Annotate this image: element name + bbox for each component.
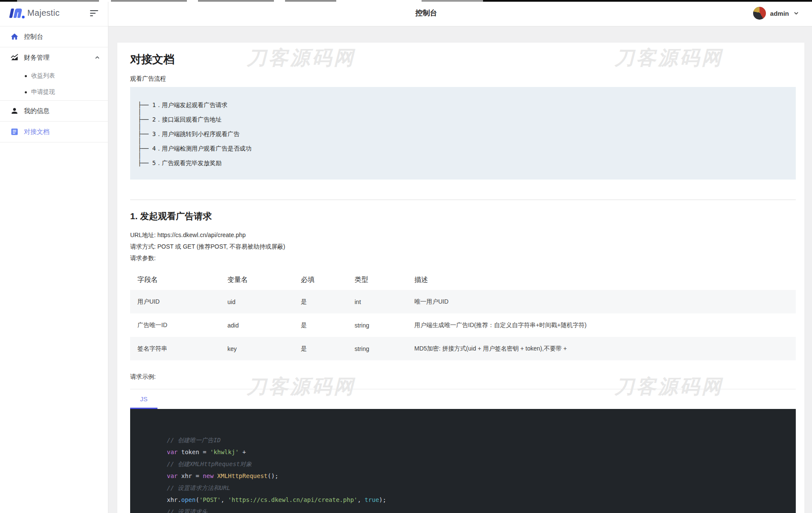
- menu-fold-icon[interactable]: [90, 10, 99, 17]
- sidebar-item-finance[interactable]: 财务管理: [0, 47, 108, 68]
- code-line: // 设置请求头: [167, 506, 787, 513]
- content-area: 对接文档 观看广告流程 ├── 1．用户端发起观看广告请求 │ ├── 2．接口…: [108, 26, 812, 513]
- sidebar-item-my-info[interactable]: 我的信息: [0, 101, 108, 121]
- sidebar-subitem-label: 申请提现: [31, 88, 55, 96]
- table-cell: int: [347, 290, 407, 313]
- table-cell: MD5加密: 拼接方式(uid + 用户签名密钥 + token),不要带 +: [407, 337, 796, 360]
- sidebar-item-withdraw-request[interactable]: 申请提现: [0, 84, 108, 100]
- logo-text: Majestic: [27, 8, 60, 18]
- chevron-up-icon: [94, 55, 100, 61]
- params-label: 请求参数:: [130, 255, 796, 261]
- sidebar-item-api-docs[interactable]: 对接文档: [0, 122, 108, 142]
- table-cell: 签名字符串: [130, 337, 220, 360]
- table-cell: 用户端生成唯一广告ID(推荐：自定义自字符串+时间戳+随机字符): [407, 313, 796, 337]
- table-cell: adid: [220, 313, 294, 337]
- code-line: xhr.open('POST', 'https://cs.dkewl.cn/ap…: [167, 494, 787, 506]
- table-header-cell: 字段名: [130, 270, 220, 290]
- table-body: 用户UIDuid是int唯一用户UID广告唯一IDadid是string用户端生…: [130, 290, 796, 360]
- code-line: var token = 'khwlkj' +: [167, 446, 787, 458]
- table-row: 签名字符串key是stringMD5加密: 拼接方式(uid + 用户签名密钥 …: [130, 337, 796, 360]
- flow-tree: ├── 1．用户端发起观看广告请求 │ ├── 2．接口返回观看广告地址 │ ├…: [138, 101, 787, 167]
- home-icon: [10, 32, 19, 41]
- sidebar-submenu-finance: 收益列表 申请提现: [0, 68, 108, 100]
- table-header-row: 字段名变量名必填类型描述: [130, 270, 796, 290]
- article-icon: [10, 128, 19, 136]
- table-header-cell: 类型: [347, 270, 407, 290]
- example-label: 请求示例:: [130, 373, 796, 380]
- table-cell: string: [347, 337, 407, 360]
- table-cell: uid: [220, 290, 294, 313]
- user-dropdown[interactable]: admin: [753, 0, 799, 26]
- sidebar-item-earnings-list[interactable]: 收益列表: [0, 68, 108, 84]
- table-cell: 是: [294, 313, 347, 337]
- sidebar-item-dashboard[interactable]: 控制台: [0, 26, 108, 47]
- url-line: URL地址: https://cs.dkewl.cn/api/create.ph…: [130, 232, 796, 238]
- person-icon: [10, 107, 19, 115]
- section-divider: [130, 200, 796, 200]
- code-line: var xhr = new XMLHttpRequest();: [167, 470, 787, 482]
- table-cell: key: [220, 337, 294, 360]
- table-cell: 唯一用户UID: [407, 290, 796, 313]
- doc-card: 对接文档 观看广告流程 ├── 1．用户端发起观看广告请求 │ ├── 2．接口…: [117, 43, 804, 513]
- sidebar-subitem-label: 收益列表: [31, 72, 55, 80]
- chevron-down-icon: [793, 10, 799, 16]
- table-cell: 是: [294, 337, 347, 360]
- top-header: 控制台 admin: [108, 0, 812, 26]
- majestic-logo-icon: [8, 7, 25, 20]
- table-cell: string: [347, 313, 407, 337]
- page-title: 控制台: [108, 0, 744, 26]
- bullet-dot: [25, 75, 27, 77]
- area-chart-icon: [10, 53, 19, 62]
- table-row: 广告唯一IDadid是string用户端生成唯一广告ID(推荐：自定义自字符串+…: [130, 313, 796, 337]
- table-cell: 用户UID: [130, 290, 220, 313]
- flow-label: 观看广告流程: [130, 75, 796, 82]
- code-line: // 设置请求方法和URL: [167, 482, 787, 494]
- code-line: // 创建唯一广告ID: [167, 434, 787, 446]
- params-table: 字段名变量名必填类型描述 用户UIDuid是int唯一用户UID广告唯一IDad…: [130, 270, 796, 360]
- table-cell: 广告唯一ID: [130, 313, 220, 337]
- bullet-dot: [25, 91, 27, 93]
- code-line: // 创建XMLHttpRequest对象: [167, 458, 787, 470]
- avatar: [753, 7, 766, 20]
- app-window: Majestic 控制台 财务管理 收益列表: [0, 0, 812, 513]
- table-row: 用户UIDuid是int唯一用户UID: [130, 290, 796, 313]
- sidebar-item-label: 我的信息: [24, 107, 49, 115]
- sidebar-item-label: 对接文档: [24, 128, 49, 136]
- table-header-cell: 描述: [407, 270, 796, 290]
- divider: [0, 142, 108, 142]
- method-line: 请求方式: POST 或 GET (推荐POST, 不容易被劫持或屏蔽): [130, 243, 796, 250]
- doc-title: 对接文档: [130, 53, 796, 66]
- username: admin: [770, 10, 789, 17]
- code-block: // 创建唯一广告IDvar token = 'khwlkj' +// 创建XM…: [130, 409, 796, 513]
- code-panel: JS // 创建唯一广告IDvar token = 'khwlkj' +// 创…: [130, 389, 796, 513]
- section-heading: 1. 发起观看广告请求: [130, 211, 796, 221]
- flow-box: ├── 1．用户端发起观看广告请求 │ ├── 2．接口返回观看广告地址 │ ├…: [130, 87, 796, 180]
- browser-tab-strip: [0, 0, 812, 2]
- sidebar-logo-row: Majestic: [0, 0, 108, 26]
- code-tab-bar: JS: [130, 389, 796, 409]
- table-cell: 是: [294, 290, 347, 313]
- tab-js[interactable]: JS: [130, 389, 157, 409]
- sidebar-item-label: 控制台: [24, 33, 43, 41]
- table-header-cell: 必填: [294, 270, 347, 290]
- sidebar-item-label: 财务管理: [24, 54, 49, 62]
- table-header-cell: 变量名: [220, 270, 294, 290]
- sidebar: Majestic 控制台 财务管理 收益列表: [0, 0, 108, 513]
